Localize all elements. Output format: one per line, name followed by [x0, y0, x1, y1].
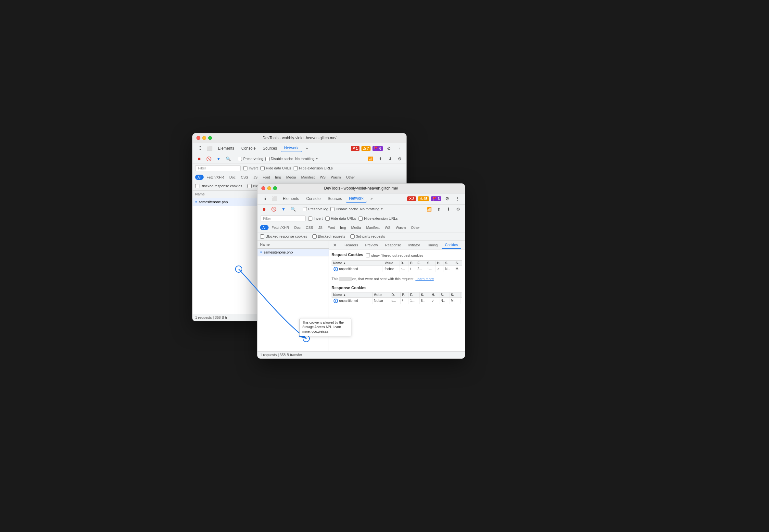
front-tab-timing[interactable]: Timing [424, 242, 441, 248]
front-tab-response[interactable]: Response [382, 242, 405, 248]
front-settings-icon[interactable]: ⚙ [443, 194, 452, 203]
maximize-button[interactable] [208, 136, 212, 140]
invert-checkbox[interactable]: Invert [243, 166, 258, 170]
front-res-btn-wasm[interactable]: Wasm [394, 225, 408, 230]
front-res-btn-fetchxhr[interactable]: Fetch/XHR [269, 225, 291, 230]
front-close-detail-button[interactable]: ✕ [331, 242, 338, 248]
front-res-btn-other[interactable]: Other [409, 225, 422, 230]
device-icon[interactable]: ⬜ [205, 144, 214, 153]
front-device-icon[interactable]: ⬜ [270, 194, 279, 203]
front-tab-headers[interactable]: Headers [341, 242, 361, 248]
res-btn-font[interactable]: Font [260, 175, 272, 180]
preserve-log-checkbox[interactable]: Preserve log [238, 157, 263, 161]
front-third-party-requests-checkbox[interactable]: 3rd-party requests [350, 234, 385, 239]
res-btn-all[interactable]: All [195, 175, 204, 180]
download-icon[interactable]: ⬇ [386, 155, 394, 163]
settings-icon[interactable]: ⚙ [384, 144, 393, 153]
hide-extension-urls-checkbox[interactable]: Hide extension URLs [293, 166, 332, 170]
front-response-cookie-row[interactable]: i unpartitioned foobar c... / 1... 6... [332, 297, 463, 304]
front-close-button[interactable] [261, 186, 265, 190]
tab-network[interactable]: Network [281, 144, 302, 152]
preserve-log-input[interactable] [238, 157, 242, 161]
front-blocked-cookies-checkbox[interactable]: Blocked response cookies [260, 234, 307, 239]
close-button[interactable] [196, 136, 200, 140]
front-clear-button[interactable]: 🚫 [270, 205, 278, 213]
res-btn-css[interactable]: CSS [239, 175, 251, 180]
front-search-icon[interactable]: 🔍 [289, 205, 297, 213]
front-cookie-row-unpartitioned[interactable]: i unpartitioned foobar c... / 2... 1... [332, 266, 463, 272]
network-settings-icon[interactable]: ⚙ [396, 155, 404, 163]
wifi-icon[interactable]: 📶 [366, 155, 374, 163]
front-disable-cache-checkbox[interactable]: Disable cache [330, 207, 358, 211]
front-res-btn-all[interactable]: All [260, 225, 268, 230]
front-network-settings-icon[interactable]: ⚙ [454, 205, 462, 213]
res-btn-other[interactable]: Other [343, 175, 357, 180]
show-filtered-checkbox[interactable]: show filtered out request cookies [366, 253, 423, 257]
front-upload-icon[interactable]: ⬆ [435, 205, 443, 213]
front-tab-console[interactable]: Console [303, 195, 324, 202]
filter-icon[interactable]: ▼ [215, 155, 222, 163]
front-list-item[interactable]: ≡ samesitenone.php [257, 249, 329, 256]
res-btn-doc[interactable]: Doc [227, 175, 238, 180]
front-res-btn-media[interactable]: Media [349, 225, 363, 230]
more-icon[interactable]: ⋮ [395, 144, 404, 153]
record-button[interactable]: ⏺ [195, 155, 203, 163]
res-btn-fetchxhr[interactable]: Fetch/XHR [204, 175, 226, 180]
front-filter-icon[interactable]: ▼ [279, 205, 287, 213]
front-download-icon[interactable]: ⬇ [445, 205, 453, 213]
hide-data-urls-checkbox[interactable]: Hide data URLs [260, 166, 291, 170]
tab-sources[interactable]: Sources [259, 145, 280, 152]
front-tab-elements[interactable]: Elements [279, 195, 302, 202]
tab-console[interactable]: Console [238, 145, 259, 152]
front-hide-extension-urls-checkbox[interactable]: Hide extension URLs [358, 217, 398, 221]
minimize-button[interactable] [202, 136, 206, 140]
front-invert-checkbox[interactable]: Invert [308, 217, 323, 221]
res-btn-manifest[interactable]: Manifest [299, 175, 317, 180]
front-tab-more[interactable]: » [367, 195, 376, 202]
front-tab-cookies[interactable]: Cookies [442, 241, 461, 249]
front-throttle-select[interactable]: No throttling ▼ [360, 207, 383, 211]
front-tab-network[interactable]: Network [346, 195, 366, 203]
tab-elements[interactable]: Elements [215, 145, 237, 152]
clear-button[interactable]: 🚫 [205, 155, 213, 163]
front-res-btn-js[interactable]: JS [316, 225, 325, 230]
front-res-btn-doc[interactable]: Doc [292, 225, 303, 230]
front-tab-sources[interactable]: Sources [324, 195, 345, 202]
front-hide-data-urls-checkbox[interactable]: Hide data URLs [325, 217, 356, 221]
disable-cache-input[interactable] [265, 157, 269, 161]
filter-input[interactable] [195, 165, 241, 171]
front-disable-cache-input[interactable] [330, 207, 334, 211]
front-devtools-icon[interactable]: ⠿ [260, 194, 269, 203]
front-minimize-button[interactable] [267, 186, 271, 190]
front-preserve-log-checkbox[interactable]: Preserve log [303, 207, 328, 211]
front-tab-initiator[interactable]: Initiator [405, 242, 423, 248]
front-record-button[interactable]: ⏺ [260, 205, 268, 213]
front-tab-preview[interactable]: Preview [362, 242, 381, 248]
search-icon[interactable]: 🔍 [224, 155, 232, 163]
front-res-btn-img[interactable]: Img [338, 225, 348, 230]
front-more-icon[interactable]: ⋮ [453, 194, 462, 203]
front-res-btn-css[interactable]: CSS [304, 225, 316, 230]
front-res-btn-ws[interactable]: WS [382, 225, 393, 230]
res-btn-media[interactable]: Media [284, 175, 298, 180]
res-btn-img[interactable]: Img [273, 175, 283, 180]
learn-more-link[interactable]: Learn more [416, 277, 434, 281]
resp-info-icon[interactable]: i [333, 299, 338, 303]
front-blocked-requests-checkbox[interactable]: Blocked requests [312, 234, 345, 239]
front-res-btn-font[interactable]: Font [325, 225, 337, 230]
devtools-icon[interactable]: ⠿ [195, 144, 204, 153]
front-filter-input[interactable] [260, 216, 305, 221]
res-btn-wasm[interactable]: Wasm [329, 175, 343, 180]
blocked-cookies-checkbox[interactable]: Blocked response cookies [195, 184, 242, 188]
tab-more[interactable]: » [302, 145, 311, 152]
res-btn-ws[interactable]: WS [317, 175, 328, 180]
front-preserve-log-input[interactable] [303, 207, 307, 211]
front-maximize-button[interactable] [273, 186, 277, 190]
disable-cache-checkbox[interactable]: Disable cache [265, 157, 293, 161]
front-res-btn-manifest[interactable]: Manifest [364, 225, 382, 230]
throttle-select[interactable]: No throttling ▼ [295, 157, 318, 161]
res-btn-js[interactable]: JS [251, 175, 260, 180]
info-circle-icon[interactable]: i [333, 267, 338, 271]
upload-icon[interactable]: ⬆ [376, 155, 384, 163]
front-wifi-icon[interactable]: 📶 [425, 205, 433, 213]
